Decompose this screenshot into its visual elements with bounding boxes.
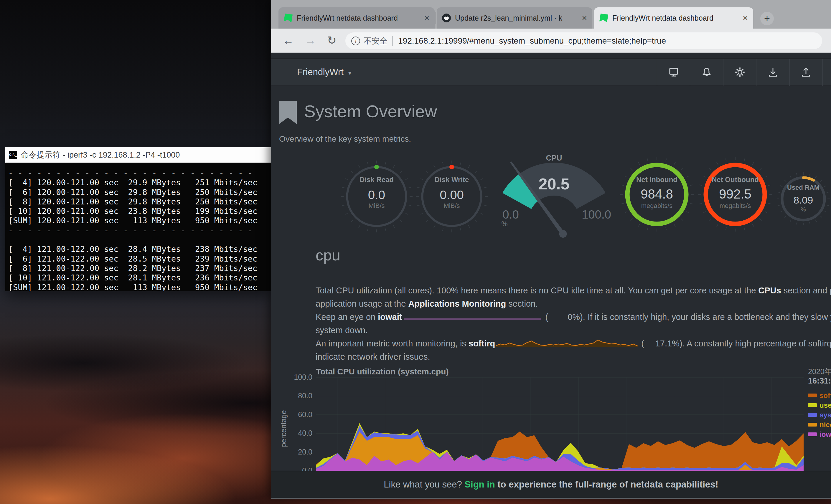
terminal-line xyxy=(8,235,271,244)
upload-icon xyxy=(801,67,811,78)
back-icon[interactable]: ← xyxy=(280,32,296,49)
gauge-unit: % xyxy=(774,206,831,213)
legend-item-system[interactable]: system xyxy=(808,411,831,419)
monitor-button[interactable] xyxy=(657,59,690,86)
url-input[interactable]: 192.168.2.1:19999/#menu_system_submenu_c… xyxy=(398,36,666,46)
terminal-line: [ 4] 121.00-122.00 sec 28.4 MBytes 238 M… xyxy=(8,244,271,254)
settings-button[interactable] xyxy=(723,59,756,86)
security-chip[interactable]: 不安全 xyxy=(364,36,388,46)
cpu-gauge[interactable] xyxy=(483,153,625,247)
bookmark-icon xyxy=(279,101,297,124)
info-icon[interactable]: i xyxy=(351,36,360,46)
legend-label: iowait xyxy=(820,431,831,439)
gauge-unit: % xyxy=(496,220,513,228)
banner-text: to experience the full-range of netdata … xyxy=(495,479,718,490)
gauge-value: 8.09 xyxy=(774,195,831,206)
banner-text: Like what you see? xyxy=(384,479,464,490)
softirq-value: 17.1% xyxy=(644,337,680,350)
browser-window: FriendlyWrt netdata dashboard × Update r… xyxy=(271,0,831,499)
terminal-line: - - - - - - - - - - - - - - - - - - - - … xyxy=(8,226,271,235)
cpus-link[interactable]: CPUs xyxy=(758,286,781,295)
gauge-label: Disk Write xyxy=(407,176,496,184)
terminal-title: 命令提示符 - iperf3 -c 192.168.1.2 -P4 -t1000 xyxy=(21,150,180,160)
new-tab-button[interactable]: + xyxy=(760,12,774,25)
terminal-line: [ 4] 120.00-121.00 sec 29.9 MBytes 251 M… xyxy=(8,178,271,187)
legend-item-iowait[interactable]: iowait xyxy=(808,431,831,438)
chart-time: 16:31:2 xyxy=(808,377,831,386)
cpu-utilization-chart[interactable] xyxy=(316,377,804,471)
tab-friendlywrt-netdata-1[interactable]: FriendlyWrt netdata dashboard × xyxy=(279,7,435,29)
forward-icon[interactable]: → xyxy=(302,32,319,49)
chevron-down-icon: ▾ xyxy=(348,68,351,77)
cmd-icon: C:\_ xyxy=(9,151,17,159)
tab-friendlywrt-netdata-2-active[interactable]: FriendlyWrt netdata dashboard × xyxy=(594,7,753,29)
paragraph-line: application usage at the Applications Mo… xyxy=(316,297,831,310)
legend-item-user[interactable]: user xyxy=(808,402,831,409)
paragraph-line: Keep an eye on iowait (0%). If it is con… xyxy=(316,310,831,324)
tab-github-update[interactable]: Update r2s_lean_minimal.yml · k × xyxy=(437,7,592,29)
gear-icon xyxy=(735,67,745,78)
gauge-unit: megabits/s xyxy=(613,202,701,210)
legend-swatch xyxy=(808,403,817,407)
export-button[interactable] xyxy=(790,59,823,86)
host-dropdown[interactable]: FriendlyWrt ▾ xyxy=(297,59,351,86)
tab-label: FriendlyWrt netdata dashboard xyxy=(612,14,739,22)
legend-swatch xyxy=(808,413,817,417)
terminal-line: [ 10] 121.00-122.00 sec 28.1 MBytes 236 … xyxy=(8,273,271,283)
terminal-line: [ 8] 121.00-122.00 sec 28.2 MBytes 237 M… xyxy=(8,264,271,273)
y-tick-label: 40.0 xyxy=(280,429,312,438)
terminal-line: [SUM] 121.00-122.00 sec 113 MBytes 950 M… xyxy=(8,283,271,291)
iowait-sparkline[interactable] xyxy=(403,313,542,322)
terminal-window: C:\_ 命令提示符 - iperf3 -c 192.168.1.2 -P4 -… xyxy=(5,147,271,291)
cpu-description: Total CPU utilization (all cores). 100% … xyxy=(316,284,831,363)
tab-close-icon[interactable]: × xyxy=(582,13,587,22)
gauge-unit: MiB/s xyxy=(407,202,496,210)
terminal-titlebar[interactable]: C:\_ 命令提示符 - iperf3 -c 192.168.1.2 -P4 -… xyxy=(5,147,271,162)
legend-item-softirq[interactable]: softirq xyxy=(808,392,831,399)
y-tick-label: 60.0 xyxy=(280,410,312,419)
monitor-icon xyxy=(668,66,679,78)
gauge-label: Net Inbound xyxy=(613,176,701,184)
legend-item-nice[interactable]: nice xyxy=(808,421,831,428)
tab-close-icon[interactable]: × xyxy=(424,13,429,22)
url-bar[interactable]: i 不安全 192.168.2.1:19999/#menu_system_sub… xyxy=(345,32,822,49)
applications-monitoring-link[interactable]: Applications Monitoring xyxy=(408,299,506,308)
legend-swatch xyxy=(808,423,817,426)
legend-label: softirq xyxy=(820,391,831,400)
alarms-button[interactable] xyxy=(690,59,723,86)
chart-legend: softirqusersystemniceiowait xyxy=(808,392,831,440)
paragraph-line: Total CPU utilization (all cores). 100% … xyxy=(316,284,831,297)
y-tick-label: 80.0 xyxy=(280,391,312,400)
chart-title: Total CPU utilization (system.cpu) xyxy=(316,367,449,377)
terminal-line: [ 10] 120.00-121.00 sec 23.8 MBytes 199 … xyxy=(8,207,271,216)
import-button[interactable] xyxy=(756,59,789,86)
page-title: System Overview xyxy=(304,101,437,121)
netdata-favicon xyxy=(284,13,293,22)
legend-label: user xyxy=(820,401,831,410)
legend-label: system xyxy=(820,411,831,419)
sign-in-link[interactable]: Sign in xyxy=(464,479,495,490)
y-tick-label: 20.0 xyxy=(280,448,312,456)
tab-label: FriendlyWrt netdata dashboard xyxy=(297,14,420,22)
paragraph-line: indicate network driver issues. xyxy=(316,350,831,363)
omnibox-divider xyxy=(392,36,393,46)
tab-separator xyxy=(435,12,436,24)
reload-icon[interactable]: ↻ xyxy=(323,32,340,49)
paragraph-line: An important metric worth monitoring, is… xyxy=(316,337,831,350)
terminal-line: [ 6] 120.00-121.00 sec 29.8 MBytes 250 M… xyxy=(8,188,271,197)
gauge-label: Net Outbound xyxy=(691,176,779,184)
y-tick-label: 100.0 xyxy=(280,373,312,382)
host-name: FriendlyWrt xyxy=(297,67,344,78)
tab-close-icon[interactable]: × xyxy=(743,13,748,22)
netdata-navbar: FriendlyWrt ▾ xyxy=(271,58,831,85)
gauge-label: CPU xyxy=(510,153,598,162)
tab-label: Update r2s_lean_minimal.yml · k xyxy=(455,14,578,22)
gauge-min: 0.0 xyxy=(487,208,534,221)
gauge-max: 100.0 xyxy=(573,208,620,221)
softirq-sparkline[interactable] xyxy=(496,338,638,349)
terminal-line: [ 8] 120.00-121.00 sec 29.8 MBytes 250 M… xyxy=(8,197,271,207)
gauge-value: 0.00 xyxy=(407,188,496,202)
gauge-unit: megabits/s xyxy=(691,202,779,210)
legend-swatch xyxy=(808,433,817,436)
terminal-line: [ 6] 121.00-122.00 sec 28.5 MBytes 239 M… xyxy=(8,254,271,264)
